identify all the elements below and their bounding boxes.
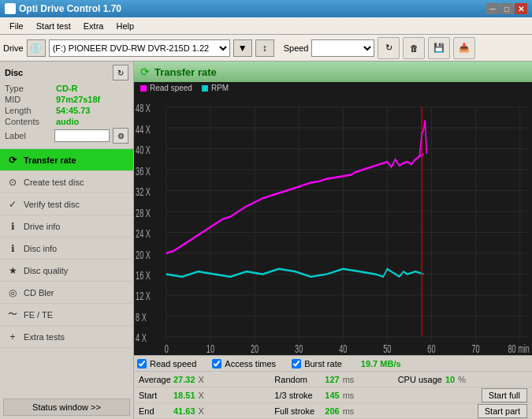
nav-verify-test-disc-label: Verify test disc [24,200,80,209]
end-unit: X [199,406,204,416]
average-label: Average [139,375,170,384]
full-stroke-value: 206 [325,406,339,416]
svg-text:36 X: 36 X [136,164,151,178]
svg-text:20 X: 20 X [136,248,151,261]
burst-rate-checkbox-label: Burst rate [304,359,342,368]
svg-text:8 X: 8 X [136,311,147,324]
svg-text:16 X: 16 X [136,269,151,282]
start-label: Start [139,391,170,400]
nav-drive-info-label: Drive info [24,222,60,231]
average-value: 27.32 [173,375,195,384]
status-window-button[interactable]: Status window >> [3,398,130,416]
nav-item-fe-te[interactable]: 〜 FE / TE [0,304,133,326]
stats-area: Read speed Access times Burst rate 19.7 … [134,355,532,419]
chart-svg: 48 X 44 X 40 X 36 X 32 X 28 X 24 X 20 X … [134,94,532,355]
nav-extra-tests-label: Extra tests [24,332,65,342]
drive-select[interactable]: (F:) PIONEER DVD-RW DVR-215D 1.22 [49,39,230,57]
menu-extra[interactable]: Extra [77,20,110,32]
nav-item-drive-info[interactable]: ℹ Drive info [0,215,133,238]
disc-quality-icon: ★ [6,264,19,277]
stat-start-col: Start 18.51 X [139,391,268,400]
toolbar: Drive 💿 (F:) PIONEER DVD-RW DVR-215D 1.2… [0,35,532,62]
disc-header: Disc ↻ [5,65,128,80]
legend-read-speed-dot [140,85,147,92]
start-full-button[interactable]: Start full [482,388,527,402]
disc-label-btn[interactable]: ⚙ [113,128,128,144]
disc-type-value: CD-R [56,84,78,93]
read-speed-checkbox[interactable] [137,359,147,368]
chart-header: ⟳ Transfer rate [134,62,532,82]
drive-refresh-btn[interactable]: ↕ [255,39,274,57]
disc-mid-value: 97m27s18f [56,95,100,104]
random-value: 127 [325,375,339,384]
transfer-rate-icon: ⟳ [6,154,19,166]
drive-icon-btn[interactable]: 💿 [27,39,46,57]
close-button[interactable]: ✕ [515,3,527,14]
toolbar-burn-btn[interactable]: 💾 [428,37,450,59]
burst-rate-checkbox-group: Burst rate [292,359,342,368]
start-part-button[interactable]: Start part [478,404,527,418]
stat-third-stroke-col: 1/3 stroke 145 ms [268,391,397,400]
disc-contents-row: Contents audio [5,117,128,126]
nav-menu: ⟳ Transfer rate ⊙ Create test disc ✓ Ver… [0,149,133,395]
content-area: ⟳ Transfer rate Read speed RPM [134,62,532,419]
nav-item-disc-info[interactable]: ℹ Disc info [0,238,133,260]
chart-title: Transfer rate [154,66,217,78]
disc-length-label: Length [5,106,56,115]
access-times-checkbox[interactable] [212,359,221,368]
random-label: Random [274,375,322,384]
nav-item-cd-bler[interactable]: ◎ CD Bler [0,282,133,304]
nav-item-create-test-disc[interactable]: ⊙ Create test disc [0,171,133,193]
chart-area: 48 X 44 X 40 X 36 X 32 X 28 X 24 X 20 X … [134,94,532,355]
svg-text:48 X: 48 X [136,102,151,115]
start-value: 18.51 [173,391,195,400]
svg-text:60: 60 [427,342,435,355]
disc-refresh-btn[interactable]: ↻ [113,65,128,80]
chart-header-icon: ⟳ [140,65,150,78]
chart-legend: Read speed RPM [134,82,532,94]
legend-rpm-dot [202,85,208,92]
stat-end-col: End 41.63 X [139,406,268,416]
toolbar-refresh-btn[interactable]: ↻ [378,37,400,59]
extra-tests-icon: + [6,331,19,343]
status-window-label: Status window >> [32,402,101,412]
legend-rpm: RPM [202,84,229,92]
nav-fe-te-label: FE / TE [24,310,53,320]
toolbar-save-btn[interactable]: 📥 [453,37,475,59]
nav-item-extra-tests[interactable]: + Extra tests [0,326,133,348]
stats-row-average: Average 27.32 X Random 127 ms CPU usage … [134,372,532,387]
svg-text:80 min: 80 min [508,342,530,355]
nav-item-transfer-rate[interactable]: ⟳ Transfer rate [0,149,133,171]
svg-text:20: 20 [251,342,259,355]
verify-test-disc-icon: ✓ [6,198,19,211]
titlebar: Opti Drive Control 1.70 ─ □ ✕ [0,0,532,17]
disc-label-input[interactable] [54,129,110,142]
drive-dropdown-btn[interactable]: ▼ [233,39,252,57]
read-speed-checkbox-label: Read speed [150,359,196,368]
end-value: 41.63 [173,406,195,416]
speed-select[interactable] [311,39,374,57]
burst-rate-checkbox[interactable] [292,359,301,368]
disc-length-value: 54:45.73 [56,106,90,115]
burst-rate-value: 19.7 MB/s [361,359,401,368]
menu-file[interactable]: File [3,20,30,32]
svg-text:10: 10 [206,342,214,355]
menubar: File Start test Extra Help [0,17,532,35]
app-title: Opti Drive Control 1.70 [19,3,121,14]
maximize-button[interactable]: □ [500,3,513,14]
app-icon [5,3,16,14]
nav-item-disc-quality[interactable]: ★ Disc quality [0,260,133,282]
svg-text:4 X: 4 X [136,331,147,345]
minimize-button[interactable]: ─ [486,3,499,14]
titlebar-left: Opti Drive Control 1.70 [5,3,121,14]
stats-row-end: End 41.63 X Full stroke 206 ms Start par… [134,403,532,419]
third-stroke-unit: ms [343,391,355,400]
menu-start-test[interactable]: Start test [30,20,77,32]
svg-text:32 X: 32 X [136,185,151,199]
nav-create-test-disc-label: Create test disc [24,178,84,187]
svg-text:44 X: 44 X [136,122,151,136]
drive-info-icon: ℹ [6,220,19,233]
nav-item-verify-test-disc[interactable]: ✓ Verify test disc [0,193,133,215]
menu-help[interactable]: Help [110,20,140,32]
toolbar-erase-btn[interactable]: 🗑 [403,37,425,59]
